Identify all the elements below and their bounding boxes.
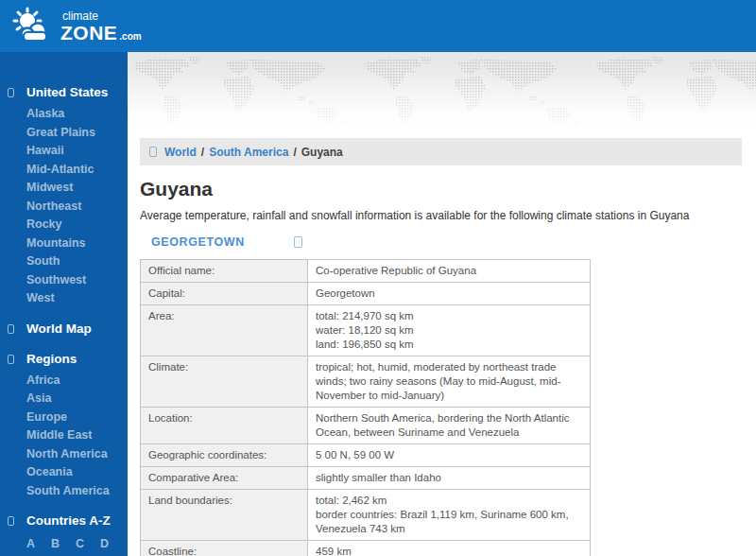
fact-row: Location:Northern South America, borderi… <box>141 408 591 444</box>
sidebar-section-world-map: World Map <box>0 320 128 339</box>
fact-label: Climate: <box>141 356 308 408</box>
fact-label: Official name: <box>141 260 308 283</box>
fact-label: Capital: <box>141 283 308 305</box>
section-bullet-icon <box>8 355 14 364</box>
station-placeholder-icon[interactable] <box>294 236 302 248</box>
fact-line: water: 18,120 sq km <box>316 323 582 338</box>
sidebar-item-west[interactable]: West <box>26 289 121 308</box>
fact-value: Co-operative Republic of Guyana <box>308 260 591 283</box>
sidebar-item-europe[interactable]: Europe <box>26 408 121 427</box>
sidebar-item-mid-atlantic[interactable]: Mid-Atlantic <box>26 161 121 180</box>
station-row: GEORGETOWN <box>140 235 742 250</box>
logo-climate-label: climate <box>62 10 142 22</box>
breadcrumb-link-south-america[interactable]: South America <box>209 146 288 159</box>
sidebar-nav: United StatesAlaskaGreat PlainsHawaiiMid… <box>0 52 128 556</box>
fact-row: Geographic coordinates:5 00 N, 59 00 W <box>141 444 591 467</box>
section-bullet-icon <box>8 516 14 526</box>
sidebar-item-africa[interactable]: Africa <box>26 372 121 391</box>
sidebar-item-southwest[interactable]: Southwest <box>26 271 121 290</box>
section-bullet-icon <box>8 88 14 97</box>
fact-label: Comparative Area: <box>141 467 308 490</box>
breadcrumb-separator: / <box>201 146 204 159</box>
fact-line: Georgetown <box>316 287 582 301</box>
logo-zone-label: ZONE <box>60 23 117 43</box>
fact-row: Climate:tropical; hot, humid, moderated … <box>141 356 591 408</box>
fact-line: slightly smaller than Idaho <box>316 471 582 485</box>
fact-line: total: 214,970 sq km <box>316 309 582 323</box>
sidebar-item-midwest[interactable]: Midwest <box>26 179 121 198</box>
fact-label: Area: <box>141 305 308 356</box>
sidebar-section-united-states: United StatesAlaskaGreat PlainsHawaiiMid… <box>0 83 128 308</box>
fact-label: Coastline: <box>141 541 308 556</box>
breadcrumb: World / South America / Guyana <box>140 138 742 165</box>
sidebar-header-countries-a-z[interactable]: Countries A-Z <box>26 512 111 530</box>
fact-value: tropical; hot, humid, moderated by north… <box>308 356 591 408</box>
fact-line: border countries: Brazil 1,119 km, Surin… <box>316 508 582 536</box>
sidebar-item-c[interactable]: C <box>76 533 100 554</box>
breadcrumb-separator: / <box>293 146 296 159</box>
sidebar-item-northeast[interactable]: Northeast <box>26 198 121 217</box>
sidebar-item-great-plains[interactable]: Great Plains <box>26 124 121 143</box>
fact-line: 5 00 N, 59 00 W <box>316 448 582 462</box>
station-link-georgetown[interactable]: GEORGETOWN <box>151 235 245 249</box>
breadcrumb-placeholder-icon <box>149 147 157 157</box>
sidebar-item-oceania[interactable]: Oceania <box>26 463 121 482</box>
fact-row: Coastline:459 km <box>141 541 591 556</box>
sidebar-item-hawaii[interactable]: Hawaii <box>26 142 121 161</box>
sidebar-section-regions: RegionsAfricaAsiaEuropeMiddle EastNorth … <box>0 350 128 501</box>
fact-label: Geographic coordinates: <box>141 444 308 467</box>
sidebar-item-asia[interactable]: Asia <box>26 390 121 408</box>
sidebar-item-alaska[interactable]: Alaska <box>26 105 121 124</box>
sidebar-item-south-america[interactable]: South America <box>26 482 121 501</box>
fact-row: Official name:Co-operative Republic of G… <box>141 260 591 283</box>
fact-label: Land boundaries: <box>141 490 308 541</box>
breadcrumb-link-world[interactable]: World <box>164 146 197 159</box>
app-header: climate ZONE .com <box>0 0 756 52</box>
fact-value: Georgetown <box>308 283 591 305</box>
sidebar-item-north-america[interactable]: North America <box>26 445 121 464</box>
country-facts-table: Official name:Co-operative Republic of G… <box>140 259 591 556</box>
world-map-banner <box>128 52 756 135</box>
sun-cloud-icon <box>11 7 57 46</box>
sidebar-item-middle-east[interactable]: Middle East <box>26 426 121 445</box>
fact-value: total: 2,462 kmborder countries: Brazil … <box>308 490 591 541</box>
page-title: Guyana <box>140 178 742 200</box>
sidebar-section-countries-a-z: Countries A-ZABCD <box>0 512 128 554</box>
fact-line: total: 2,462 km <box>316 494 582 508</box>
sidebar-header-regions[interactable]: Regions <box>26 350 77 369</box>
sidebar-header-world-map[interactable]: World Map <box>26 320 92 339</box>
fact-row: Land boundaries:total: 2,462 kmborder co… <box>141 490 591 541</box>
fact-line: Northern South America, bordering the No… <box>316 411 582 440</box>
fact-label: Location: <box>141 408 308 444</box>
sidebar-item-south[interactable]: South <box>26 252 121 271</box>
fact-row: Comparative Area:slightly smaller than I… <box>141 467 591 490</box>
page: climate ZONE .com United StatesAlaskaGre… <box>0 0 756 556</box>
page-intro: Average temperature, rainfall and snowfa… <box>140 209 742 222</box>
fact-value: 459 km <box>308 541 591 556</box>
site-logo[interactable]: climate ZONE .com <box>11 7 142 46</box>
fact-line: tropical; hot, humid, moderated by north… <box>316 360 582 403</box>
logo-tld-label: .com <box>119 32 141 42</box>
fact-line: Co-operative Republic of Guyana <box>316 264 582 278</box>
main-content: World / South America / Guyana Guyana Av… <box>128 52 756 556</box>
sidebar-item-a[interactable]: A <box>26 533 51 554</box>
section-bullet-icon <box>8 324 14 334</box>
fact-row: Area:total: 214,970 sq kmwater: 18,120 s… <box>141 305 591 356</box>
sidebar-header-united-states[interactable]: United States <box>26 83 108 102</box>
fact-row: Capital:Georgetown <box>141 283 591 305</box>
breadcrumb-current: Guyana <box>301 146 343 159</box>
fact-value: slightly smaller than Idaho <box>308 467 591 490</box>
fact-line: land: 196,850 sq km <box>316 338 582 352</box>
map-fade-overlay <box>128 52 756 135</box>
fact-value: Northern South America, bordering the No… <box>308 408 591 444</box>
sidebar-item-b[interactable]: B <box>51 533 76 554</box>
sidebar-item-rocky-mountains[interactable]: Rocky Mountains <box>26 216 121 252</box>
sidebar-item-d[interactable]: D <box>100 533 125 554</box>
fact-value: total: 214,970 sq kmwater: 18,120 sq kml… <box>308 305 591 356</box>
fact-line: 459 km <box>316 545 582 556</box>
fact-value: 5 00 N, 59 00 W <box>308 444 591 467</box>
logo-text: climate ZONE .com <box>60 10 142 43</box>
